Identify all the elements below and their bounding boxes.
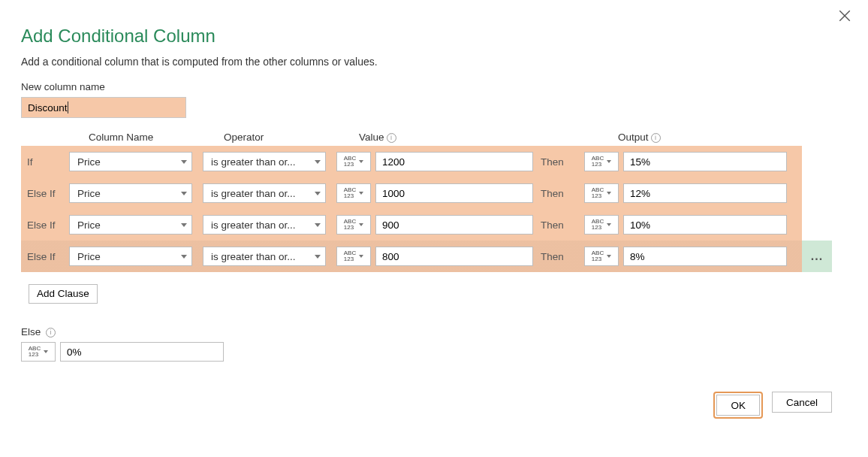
chevron-down-icon: [315, 223, 321, 227]
header-value: Valuei: [359, 132, 539, 143]
chevron-down-icon: [607, 160, 611, 163]
output-input[interactable]: 10%: [623, 215, 787, 235]
clause-label: Else If: [27, 251, 69, 262]
then-label: Then: [541, 251, 580, 262]
value-input[interactable]: 1200: [375, 152, 533, 171]
chevron-down-icon: [315, 192, 321, 195]
clause-label: If: [27, 156, 69, 168]
chevron-down-icon: [359, 192, 363, 195]
chevron-down-icon: [359, 223, 363, 226]
header-column-name: Column Name: [89, 132, 224, 143]
column-name-dropdown[interactable]: Price: [69, 247, 192, 266]
chevron-down-icon: [181, 160, 187, 164]
operator-dropdown[interactable]: is greater than or...: [203, 183, 326, 203]
operator-dropdown[interactable]: is greater than or...: [203, 215, 326, 235]
operator-dropdown[interactable]: is greater than or...: [203, 152, 326, 171]
chevron-down-icon: [315, 255, 321, 259]
new-column-name-value: Discount: [28, 102, 68, 113]
chevron-down-icon: [44, 350, 48, 353]
output-type-selector[interactable]: ABC123: [584, 215, 619, 235]
add-clause-button[interactable]: Add Clause: [29, 284, 98, 304]
else-label: Else i: [21, 326, 847, 337]
then-label: Then: [541, 219, 580, 231]
info-icon: i: [387, 133, 396, 143]
chevron-down-icon: [607, 255, 611, 258]
clause-label: Else If: [27, 219, 69, 231]
page-title: Add Conditional Column: [21, 26, 847, 47]
row-more-button[interactable]: ...: [802, 241, 832, 272]
else-type-selector[interactable]: ABC123: [21, 342, 56, 362]
value-input[interactable]: 900: [375, 215, 533, 235]
chevron-down-icon: [181, 192, 187, 195]
clause-row: Else If Price is greater than or... ABC1…: [21, 209, 802, 241]
output-input[interactable]: 8%: [623, 247, 787, 266]
chevron-down-icon: [181, 223, 187, 227]
chevron-down-icon: [359, 255, 363, 258]
new-column-label: New column name: [21, 81, 847, 92]
header-output: Outputi: [618, 132, 783, 143]
value-type-selector[interactable]: ABC123: [336, 152, 371, 171]
output-input[interactable]: 12%: [623, 183, 787, 203]
else-value-input[interactable]: 0%: [60, 342, 224, 362]
then-label: Then: [541, 156, 580, 168]
then-label: Then: [541, 188, 580, 199]
chevron-down-icon: [607, 192, 611, 195]
chevron-down-icon: [359, 160, 363, 163]
value-input[interactable]: 1000: [375, 183, 533, 203]
output-type-selector[interactable]: ABC123: [584, 247, 619, 266]
value-type-selector[interactable]: ABC123: [336, 247, 371, 266]
ok-button[interactable]: OK: [716, 395, 760, 416]
column-name-dropdown[interactable]: Price: [69, 183, 192, 203]
cancel-button[interactable]: Cancel: [772, 392, 832, 413]
output-input[interactable]: 15%: [623, 152, 787, 171]
clauses-block: If Price is greater than or... ABC123 12…: [21, 146, 802, 272]
page-subtitle: Add a conditional column that is compute…: [21, 56, 847, 68]
clause-row: Else If Price is greater than or... ABC1…: [21, 241, 802, 272]
value-type-selector[interactable]: ABC123: [336, 183, 371, 203]
chevron-down-icon: [607, 223, 611, 226]
column-name-dropdown[interactable]: Price: [69, 152, 192, 171]
column-name-dropdown[interactable]: Price: [69, 215, 192, 235]
clause-row: If Price is greater than or... ABC123 12…: [21, 146, 802, 177]
chevron-down-icon: [181, 255, 187, 259]
close-icon[interactable]: [838, 9, 851, 23]
clause-headers: Column Name Operator Valuei Outputi: [21, 132, 802, 146]
value-input[interactable]: 800: [375, 247, 533, 266]
info-icon: i: [46, 328, 56, 337]
header-operator: Operator: [224, 132, 359, 143]
info-icon: i: [651, 133, 661, 143]
output-type-selector[interactable]: ABC123: [584, 152, 619, 171]
chevron-down-icon: [315, 160, 321, 164]
clause-row: Else If Price is greater than or... ABC1…: [21, 177, 802, 209]
clause-label: Else If: [27, 188, 69, 199]
ok-button-highlight: OK: [713, 392, 763, 419]
value-type-selector[interactable]: ABC123: [336, 215, 371, 235]
new-column-name-input[interactable]: Discount: [21, 97, 186, 118]
output-type-selector[interactable]: ABC123: [584, 183, 619, 203]
operator-dropdown[interactable]: is greater than or...: [203, 247, 326, 266]
